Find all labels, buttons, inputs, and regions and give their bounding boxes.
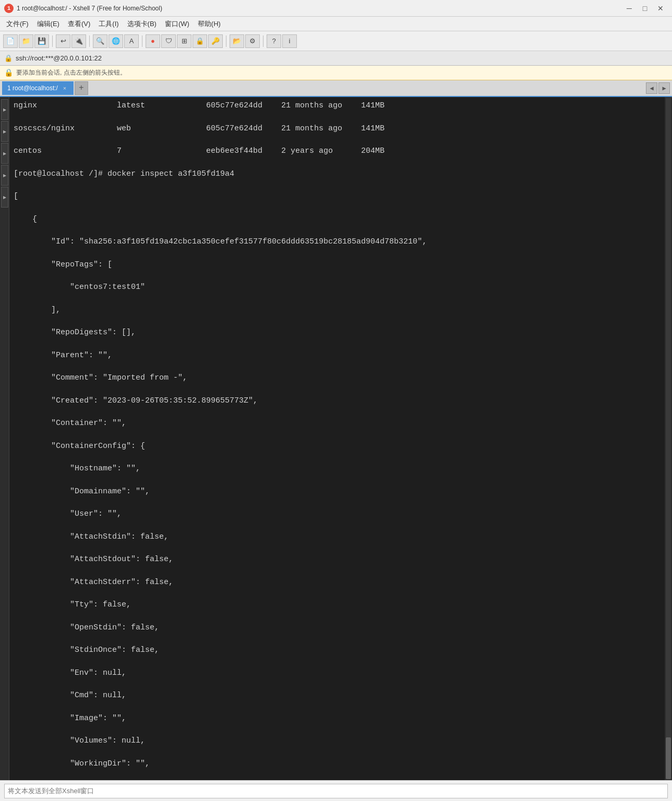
info-bar: 🔒 要添加当前会话, 点击左侧的箭头按钮。 (0, 66, 672, 80)
toolbar-sep-2 (89, 35, 90, 47)
minimize-button[interactable]: ─ (622, 2, 637, 15)
maximize-button[interactable]: □ (638, 2, 652, 15)
toolbar-group-6: ? i (267, 34, 297, 48)
menu-bar: 文件(F) 编辑(E) 查看(V) 工具(I) 选项卡(B) 窗口(W) 帮助(… (0, 17, 672, 31)
toolbar-save[interactable]: 💾 (34, 34, 49, 48)
main-area: ▶ ▶ ▶ ▶ ▶ nginx latest 605c77e624dd 21 m… (0, 97, 672, 780)
menu-tools[interactable]: 工具(I) (94, 18, 123, 30)
info-lock-icon: 🔒 (4, 68, 13, 77)
ssh-address-text: ssh://root:***@20.0.0.101:22 (16, 54, 102, 62)
tab-nav: ◀ ▶ (646, 82, 670, 94)
toolbar-cmd[interactable]: ⚙ (245, 34, 260, 48)
menu-help[interactable]: 帮助(H) (194, 18, 225, 30)
sidebar-btn-5[interactable]: ▶ (1, 187, 8, 208)
title-bar: 1 1 root@localhost:/ - Xshell 7 (Free fo… (0, 0, 672, 17)
sidebar-btn-1[interactable]: ▶ (1, 99, 8, 120)
scrollbar[interactable] (665, 97, 672, 780)
menu-edit[interactable]: 编辑(E) (33, 18, 64, 30)
left-sidebar: ▶ ▶ ▶ ▶ ▶ (0, 97, 9, 780)
toolbar-back[interactable]: ↩ (56, 34, 70, 48)
scrollbar-thumb[interactable] (666, 737, 671, 779)
toolbar-sep-4 (226, 35, 226, 47)
toolbar-search[interactable]: 🔍 (93, 34, 107, 48)
toolbar-grid[interactable]: ⊞ (177, 34, 191, 48)
toolbar-help[interactable]: ? (267, 34, 281, 48)
toolbar-key[interactable]: 🔑 (208, 34, 223, 48)
tab-add-button[interactable]: + (75, 81, 88, 95)
menu-tab[interactable]: 选项卡(B) (123, 18, 161, 30)
toolbar-group-4: ● 🛡 ⊞ 🔒 🔑 (146, 34, 223, 48)
sidebar-btn-4[interactable]: ▶ (1, 165, 8, 186)
tab-1[interactable]: 1 root@localhost:/ × (2, 81, 74, 95)
toolbar-folder2[interactable]: 📂 (230, 34, 244, 48)
toolbar-group-2: ↩ 🔌 (56, 34, 86, 48)
title-bar-left: 1 1 root@localhost:/ - Xshell 7 (Free fo… (4, 4, 162, 13)
toolbar-info[interactable]: i (282, 34, 297, 48)
info-message: 要添加当前会话, 点击左侧的箭头按钮。 (16, 68, 126, 77)
bottom-bar (0, 780, 672, 801)
menu-file[interactable]: 文件(F) (2, 18, 33, 30)
toolbar-sep-3 (142, 35, 142, 47)
app-icon: 1 (4, 4, 14, 13)
menu-window[interactable]: 窗口(W) (161, 18, 194, 30)
tab-label: 1 root@localhost:/ (7, 84, 58, 92)
toolbar-open[interactable]: 📁 (19, 34, 33, 48)
toolbar-shield[interactable]: 🛡 (161, 34, 176, 48)
toolbar-globe[interactable]: 🌐 (109, 34, 123, 48)
ssh-lock-icon: 🔒 (4, 54, 13, 63)
toolbar-connect[interactable]: 🔌 (71, 34, 86, 48)
toolbar-font[interactable]: A (124, 34, 139, 48)
tab-prev-button[interactable]: ◀ (646, 82, 657, 94)
menu-view[interactable]: 查看(V) (64, 18, 94, 30)
tab-bar: 1 root@localhost:/ × + ◀ ▶ (0, 80, 672, 97)
tab-next-button[interactable]: ▶ (658, 82, 670, 94)
toolbar-group-1: 📄 📁 💾 (3, 34, 49, 48)
toolbar: 📄 📁 💾 ↩ 🔌 🔍 🌐 A ● 🛡 ⊞ 🔒 🔑 📂 ⚙ ? i (0, 31, 672, 51)
toolbar-sep-5 (263, 35, 263, 47)
toolbar-red[interactable]: ● (146, 34, 160, 48)
sidebar-btn-3[interactable]: ▶ (1, 143, 8, 164)
toolbar-group-3: 🔍 🌐 A (93, 34, 139, 48)
ssh-address-bar: 🔒 ssh://root:***@20.0.0.101:22 (0, 51, 672, 66)
broadcast-input[interactable] (4, 784, 668, 798)
terminal-output[interactable]: nginx latest 605c77e624dd 21 months ago … (9, 97, 665, 780)
sidebar-btn-2[interactable]: ▶ (1, 121, 8, 142)
toolbar-sep-1 (52, 35, 53, 47)
scrollbar-track[interactable] (666, 98, 671, 779)
tab-close-button[interactable]: × (61, 84, 68, 92)
toolbar-new[interactable]: 📄 (3, 34, 18, 48)
window-controls: ─ □ ✕ (622, 2, 668, 15)
toolbar-lock[interactable]: 🔒 (193, 34, 207, 48)
close-button[interactable]: ✕ (653, 2, 668, 15)
window-title: 1 root@localhost:/ - Xshell 7 (Free for … (17, 5, 162, 12)
toolbar-group-5: 📂 ⚙ (230, 34, 260, 48)
